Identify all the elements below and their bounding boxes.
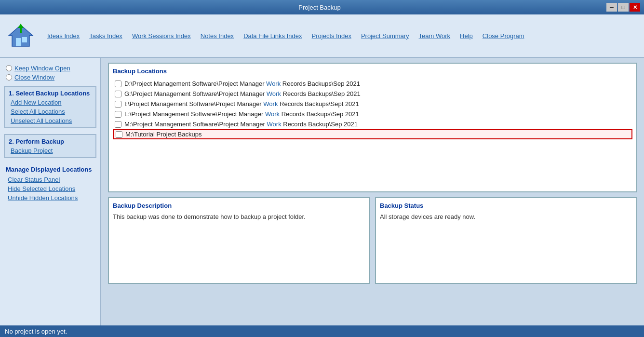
nav-bar: Ideas Index Tasks Index Work Sessions In… [0,14,644,58]
location-checkbox-5[interactable] [115,121,121,128]
select-all-locations-link[interactable]: Select All Locations [7,107,94,116]
location-text-2: G:\Project Management Software\Project M… [124,90,361,97]
location-item: G:\Project Management Software\Project M… [113,89,632,99]
location-item: I:\Project Management Software\Project M… [113,99,632,109]
unhide-hidden-locations-link[interactable]: Unhide Hidden Locations [6,193,94,202]
backup-status-text: All storage devices are ready now. [380,212,632,222]
close-window-label: Close Window [14,74,54,81]
window-controls: ─ □ ✕ [606,3,640,12]
backup-locations-box: Backup Locations D:\Project Management S… [108,63,637,192]
keep-window-open-radio[interactable] [6,65,12,71]
keep-window-open-option[interactable]: Keep Window Open [6,65,94,72]
nav-projects-index[interactable]: Projects Index [307,30,356,41]
sidebar: Keep Window Open Close Window 1. Select … [0,58,101,325]
clear-status-panel-link[interactable]: Clear Status Panel [6,175,94,184]
backup-status-title: Backup Status [380,202,632,209]
location-checkbox-2[interactable] [115,91,121,97]
bottom-panels: Backup Description This backup was done … [108,197,637,284]
backup-status-panel: Backup Status All storage devices are re… [375,197,637,284]
backup-project-link[interactable]: Backup Project [7,146,94,155]
location-text-3: I:\Project Management Software\Project M… [124,100,359,108]
close-button[interactable]: ✕ [630,3,640,12]
unselect-all-locations-link[interactable]: Unselect All Locations [7,116,94,125]
backup-description-title: Backup Description [113,202,365,209]
app-logo [4,19,38,53]
perform-backup-section: 2. Perform Backup Backup Project [4,134,96,158]
window-title: Project Backup [33,4,606,11]
section1-title: 1. Select Backup Locations [7,89,94,98]
nav-notes-index[interactable]: Notes Index [196,30,239,41]
location-text-4: L:\Project Management Software\Project M… [124,110,359,118]
nav-tasks-index[interactable]: Tasks Index [84,30,127,41]
backup-description-panel: Backup Description This backup was done … [108,197,370,284]
location-item: M:\Project Management Software\Project M… [113,119,632,129]
nav-close-program[interactable]: Close Program [478,30,529,41]
location-checkbox-3[interactable] [115,101,121,108]
svg-rect-2 [22,37,27,42]
nav-team-work[interactable]: Team Work [414,30,456,41]
minimize-button[interactable]: ─ [606,3,617,12]
manage-locations-section: Manage Displayed Locations Clear Status … [0,161,100,205]
add-new-location-link[interactable]: Add New Location [7,98,94,107]
content-panel: Backup Locations D:\Project Management S… [101,58,644,325]
window-mode-group: Keep Window Open Close Window [0,63,100,83]
location-text-5: M:\Project Management Software\Project M… [124,121,358,128]
hide-selected-locations-link[interactable]: Hide Selected Locations [6,184,94,193]
location-text-6: M:\Tutorial Project Backups [125,131,201,138]
backup-description-text: This backup was done to demonstrate how … [113,212,365,222]
nav-work-sessions-index[interactable]: Work Sessions Index [127,30,196,41]
location-item: D:\Project Management Software\Project M… [113,79,632,89]
restore-button[interactable]: □ [618,3,629,12]
nav-project-summary[interactable]: Project Summary [356,30,414,41]
svg-rect-1 [16,38,21,46]
section2-title: 2. Perform Backup [7,137,94,146]
location-text-1: D:\Project Management Software\Project M… [124,80,360,87]
keep-window-open-label: Keep Window Open [14,65,70,72]
location-checkbox-4[interactable] [115,111,121,118]
nav-ideas-index[interactable]: Ideas Index [42,30,84,41]
nav-help[interactable]: Help [455,30,478,41]
close-window-radio[interactable] [6,74,12,81]
location-checkbox-6[interactable] [116,131,122,138]
nav-links: Ideas Index Tasks Index Work Sessions In… [42,30,529,41]
location-item: L:\Project Management Software\Project M… [113,109,632,119]
status-bar: No project is open yet. [0,325,644,337]
location-checkbox-1[interactable] [115,81,121,87]
location-item-highlighted: M:\Tutorial Project Backups [113,129,632,139]
title-bar: Project Backup ─ □ ✕ [0,0,644,14]
select-locations-section: 1. Select Backup Locations Add New Locat… [4,86,96,128]
status-text: No project is open yet. [5,328,67,335]
main-content: Keep Window Open Close Window 1. Select … [0,58,644,325]
manage-title: Manage Displayed Locations [6,164,94,175]
close-window-option[interactable]: Close Window [6,74,94,81]
nav-data-file-links-index[interactable]: Data File Links Index [239,30,307,41]
backup-locations-title: Backup Locations [113,67,632,75]
